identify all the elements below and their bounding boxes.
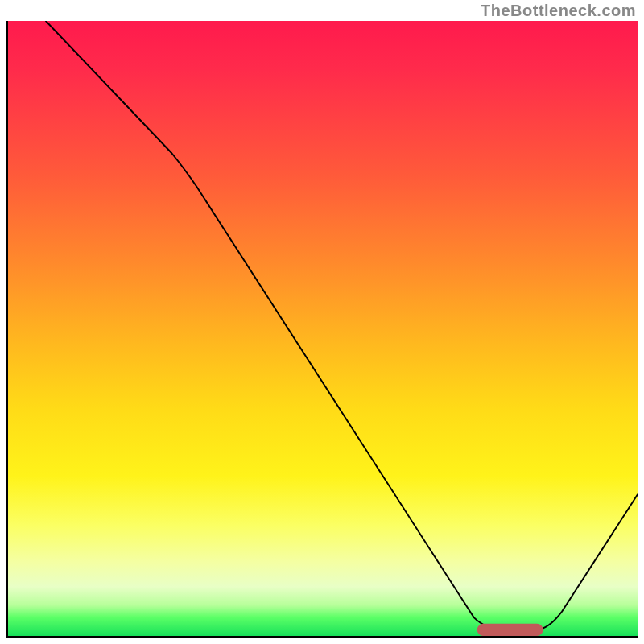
curve-path xyxy=(46,21,638,630)
optimal-zone-marker xyxy=(477,624,543,636)
plot-area xyxy=(6,21,638,638)
bottleneck-curve xyxy=(8,21,638,636)
chart-container: TheBottleneck.com xyxy=(0,0,644,644)
watermark-text: TheBottleneck.com xyxy=(481,2,636,20)
